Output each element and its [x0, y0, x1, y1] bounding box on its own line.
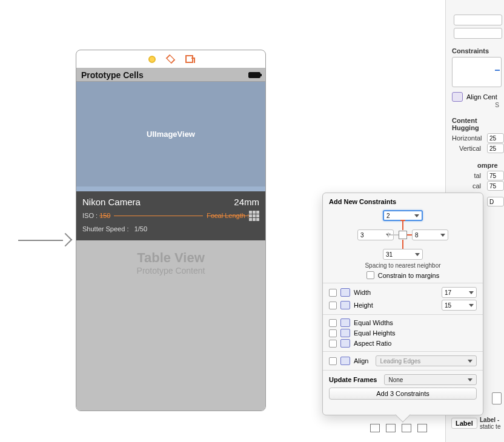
inspector-field[interactable]	[454, 15, 502, 25]
align-badge-icon	[452, 92, 463, 102]
popover-title: Add New Constraints	[329, 198, 477, 205]
tableview-label: Table View	[137, 250, 205, 266]
add-constraints-button[interactable]: Add 3 Constraints	[329, 388, 477, 400]
cal-value[interactable]: 75	[487, 181, 504, 191]
tal-label: tal	[452, 172, 485, 179]
compression-header: ompre	[446, 153, 504, 170]
right-spacing-field[interactable]: 8	[412, 229, 448, 240]
spacing-caption: Spacing to nearest neighbor	[329, 262, 477, 269]
tal-value[interactable]: 75	[487, 171, 504, 180]
pointer-arrow	[18, 234, 73, 246]
box3d-icon[interactable]	[166, 54, 176, 64]
aspect-ratio-icon	[340, 339, 350, 348]
embed-icon[interactable]	[185, 55, 193, 63]
constrain-margins-checkbox[interactable]	[366, 271, 374, 279]
selection-highlight	[76, 186, 265, 191]
uiimageview-label: UIImageView	[147, 130, 195, 139]
scene-toolbar	[76, 50, 265, 68]
bottom-spacing-field[interactable]: 31	[383, 249, 423, 260]
content-cell[interactable]: Nikon Camera 24mm ISO : 150 Focal Length…	[76, 191, 265, 240]
coin-icon[interactable]	[148, 56, 156, 63]
height-checkbox[interactable]	[329, 302, 337, 309]
label-object-tag[interactable]: Label	[451, 418, 477, 429]
vertical-value[interactable]: 25	[487, 143, 504, 153]
align-label: Align	[354, 357, 368, 364]
add-constraints-popover: Add New Constraints 2 3 8 31 Spacing to …	[322, 193, 483, 415]
cell-title: Nikon Camera	[82, 195, 141, 209]
phone-canvas[interactable]: Prototype Cells UIImageView Nikon Camera…	[76, 50, 266, 411]
iso-value: 150	[99, 211, 110, 222]
vertical-label: Vertical	[452, 145, 485, 152]
label-description: Label -static te	[480, 417, 500, 430]
equal-heights-checkbox[interactable]	[329, 329, 337, 337]
iso-label: ISO :	[82, 211, 98, 222]
resolve-tool-icon[interactable]	[417, 424, 427, 432]
align-tool-icon[interactable]	[386, 424, 396, 432]
popover-arrow	[395, 407, 410, 422]
align-dropdown[interactable]: Leading Edges	[376, 355, 477, 366]
height-label: Height	[354, 302, 373, 309]
horizontal-label: Horizontal	[452, 134, 485, 142]
constraints-preview[interactable]	[452, 57, 502, 87]
pin-cross: 2 3 8 31	[357, 210, 448, 260]
constrain-margins-label: Constrain to margins	[378, 272, 440, 279]
prototype-cells-header: Prototype Cells	[81, 70, 144, 80]
aspect-ratio-checkbox[interactable]	[329, 340, 337, 348]
pin-center	[399, 231, 407, 239]
battery-icon	[248, 72, 260, 78]
prototype-content-label: Prototype Content	[137, 266, 205, 275]
equal-widths-label: Equal Widths	[354, 319, 393, 326]
inspector-field[interactable]	[454, 28, 502, 39]
equal-heights-icon	[340, 329, 350, 337]
align-icon	[340, 357, 350, 365]
stack-icon[interactable]	[370, 424, 380, 432]
pin-tool-icon[interactable]	[402, 424, 411, 432]
horizontal-value[interactable]: 25	[487, 133, 504, 143]
focal-length-label: Focal Length :	[207, 211, 249, 222]
ize-value[interactable]: D	[487, 197, 504, 206]
constraints-section-header: Constraints	[446, 39, 504, 56]
align-center-text[interactable]: Align Cent	[466, 93, 497, 101]
cal-label: cal	[452, 182, 485, 190]
page-icon[interactable]	[492, 392, 502, 404]
aspect-ratio-label: Aspect Ratio	[354, 340, 391, 347]
height-field[interactable]: 15	[442, 300, 477, 311]
layout-toolbar	[370, 424, 427, 432]
equal-widths-checkbox[interactable]	[329, 319, 337, 327]
grid-icon[interactable]	[249, 211, 259, 221]
s-indicator: S	[446, 102, 504, 108]
width-label: Width	[354, 289, 371, 296]
update-frames-dropdown[interactable]: None	[384, 374, 477, 385]
update-frames-label: Update Frames	[329, 376, 377, 383]
shutter-value: 1/50	[134, 225, 147, 233]
equal-heights-label: Equal Heights	[354, 329, 396, 337]
equal-widths-icon	[340, 318, 350, 327]
align-checkbox[interactable]	[329, 357, 337, 365]
width-icon	[340, 288, 350, 297]
width-field[interactable]: 17	[442, 287, 477, 298]
uiimageview-placeholder[interactable]: UIImageView	[76, 82, 265, 186]
divider-line	[114, 216, 203, 216]
tableview-placeholder[interactable]: Table View Prototype Content	[76, 240, 265, 411]
height-icon	[340, 301, 350, 309]
cell-right-value: 24mm	[234, 195, 259, 209]
status-bar: Prototype Cells	[76, 68, 265, 82]
width-checkbox[interactable]	[329, 289, 337, 297]
hugging-header: Content Hugging	[446, 108, 504, 133]
shutter-label: Shutter Speed :	[82, 225, 128, 233]
